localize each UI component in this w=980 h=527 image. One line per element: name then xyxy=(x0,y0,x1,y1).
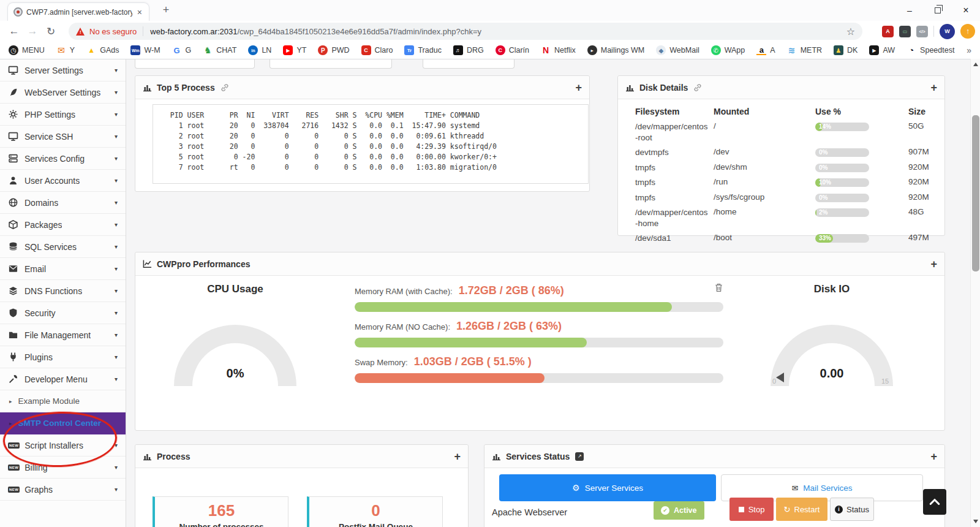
bookmark-item[interactable]: ✆ WApp xyxy=(711,45,745,55)
profile-avatar[interactable]: W xyxy=(940,24,955,39)
bookmark-item[interactable]: ◔ Speedtest xyxy=(907,45,954,55)
bookmark-item[interactable]: a A xyxy=(756,45,775,55)
bookmark-item[interactable]: in LN xyxy=(248,45,271,55)
bookmark-item[interactable]: Wm W-M xyxy=(130,45,160,55)
pdf-extension-icon[interactable]: A xyxy=(882,26,894,37)
update-chrome-icon[interactable]: ↑ xyxy=(960,24,975,39)
sidebar-item[interactable]: Server Settings xyxy=(0,59,126,82)
url-text[interactable]: web-factory.com.ar:2031/cwp_64d4ba1845f1… xyxy=(150,27,481,36)
link-icon[interactable] xyxy=(221,83,229,92)
scrollbar-down-button[interactable] xyxy=(971,517,980,526)
sidebar-item[interactable]: Services Config xyxy=(0,148,126,170)
bookmark-item[interactable]: G G xyxy=(172,45,192,55)
expand-button[interactable]: + xyxy=(575,82,582,93)
bookmark-item[interactable]: ≋ METR xyxy=(787,45,822,55)
bookmark-item[interactable]: C Clarín xyxy=(496,45,529,55)
sidebar-item[interactable]: NEW Billing xyxy=(0,457,126,479)
expand-button[interactable]: + xyxy=(454,451,461,462)
filesystem-cell: tmpfs xyxy=(635,192,710,203)
sidebar-item-label: Server Settings xyxy=(24,66,83,75)
security-label[interactable]: No es seguro xyxy=(89,27,137,36)
scroll-to-top-button[interactable] xyxy=(923,489,946,515)
bookmark-item[interactable]: ◷ MENU xyxy=(9,45,45,55)
bookmark-item[interactable]: C Claro xyxy=(361,45,393,55)
browser-tab[interactable]: CWP7.admin [server.web-factory × xyxy=(7,2,149,21)
sidebar-item[interactable]: File Management xyxy=(0,324,126,346)
external-link-icon[interactable] xyxy=(575,452,584,461)
not-secure-warning-icon[interactable] xyxy=(76,28,85,36)
chevron-down-icon xyxy=(115,464,118,471)
process-row: 2 root 20 0 0 0 0 S 0.0 0.0 0:09.61 kthr… xyxy=(162,131,579,142)
minimize-button[interactable]: – xyxy=(895,0,924,21)
memory-progress-fill xyxy=(355,302,672,312)
chevron-down-icon xyxy=(115,177,118,184)
bookmark-item[interactable]: ► Mailings WM xyxy=(587,45,645,55)
sidebar-item[interactable]: Packages xyxy=(0,214,126,236)
sidebar-item[interactable]: User Accounts xyxy=(0,170,126,192)
browser-scrollbar[interactable] xyxy=(970,59,980,527)
tab-close-icon[interactable]: × xyxy=(136,7,143,17)
reload-button[interactable]: ↻ xyxy=(42,25,60,38)
bookmark-item[interactable]: ♟ DK xyxy=(834,45,858,55)
bookmark-label: Clarín xyxy=(509,46,529,55)
mount-cell: /run xyxy=(714,177,815,186)
memory-meter: Memory RAM (with Cache): 1.72GB / 2GB ( … xyxy=(355,284,723,312)
status-button[interactable]: Status xyxy=(830,498,874,521)
restart-button[interactable]: Restart xyxy=(776,498,827,521)
bookmark-item[interactable]: ♞ CHAT xyxy=(203,45,236,55)
new-badge: NEW xyxy=(8,464,20,471)
link-icon[interactable] xyxy=(693,83,702,92)
screenshot-extension-icon[interactable]: ▭ xyxy=(899,26,911,37)
sidebar-item[interactable]: SQL Services xyxy=(0,236,126,258)
url-path: /cwp_64d4ba1845f1050213e4e6e916dd5a7f/ad… xyxy=(237,27,481,36)
sidebar-item[interactable]: NEW Graphs xyxy=(0,479,126,501)
address-bar[interactable]: No es seguro web-factory.com.ar:2031/cwp… xyxy=(69,23,862,40)
bookmark-item[interactable]: ▶ AW xyxy=(869,45,895,55)
folder-icon xyxy=(8,330,18,340)
size-cell: 907M xyxy=(908,147,945,156)
trash-icon[interactable] xyxy=(715,283,723,292)
forward-button[interactable]: → xyxy=(23,25,42,37)
sidebar-item[interactable]: WebServer Settings xyxy=(0,82,126,104)
code-extension-icon[interactable]: </> xyxy=(916,26,928,37)
scrollbar-up-button[interactable] xyxy=(971,60,980,69)
sidebar-item[interactable]: Developer Menu xyxy=(0,368,126,390)
chevron-down-icon xyxy=(115,133,118,140)
sidebar-item[interactable]: Email xyxy=(0,258,126,280)
restore-button[interactable] xyxy=(924,0,952,21)
bookmark-item[interactable]: ▲ GAds xyxy=(86,45,119,55)
bookmark-item[interactable]: ♬ DRG xyxy=(453,45,484,55)
close-button[interactable]: × xyxy=(952,0,980,21)
expand-button[interactable]: + xyxy=(930,451,937,462)
process-row: 3 root 20 0 0 0 0 S 0.0 0.0 4:29.39 ksof… xyxy=(162,142,579,152)
column-header: Filesystem xyxy=(635,107,714,116)
new-tab-button[interactable]: + xyxy=(158,4,174,17)
sidebar-item[interactable]: Security xyxy=(0,302,126,324)
sidebar-item[interactable]: PHP Settings xyxy=(0,104,126,126)
bookmark-item[interactable]: N Netflix xyxy=(541,45,576,55)
bookmark-star-icon[interactable]: ☆ xyxy=(846,26,855,37)
sidebar-subitem[interactable]: Example Module xyxy=(0,390,126,412)
stop-button[interactable]: Stop xyxy=(729,498,774,521)
scrollbar-thumb[interactable] xyxy=(972,115,979,271)
bookmark-item[interactable]: P PWD xyxy=(318,45,349,55)
server-services-button[interactable]: Server Services xyxy=(499,474,716,501)
memory-value: 1.03GB / 2GB ( 51.5% ) xyxy=(414,355,532,368)
bookmark-item[interactable]: Tr Traduc xyxy=(404,45,441,55)
sidebar-item[interactable]: Plugins xyxy=(0,346,126,368)
sidebar-item[interactable]: Service SSH xyxy=(0,126,126,148)
sidebar-item[interactable]: DNS Functions xyxy=(0,280,126,302)
sidebar-item[interactable]: NEW Script Installers xyxy=(0,434,126,457)
sidebar-item-label: WebServer Settings xyxy=(24,88,100,97)
sidebar-item[interactable]: Domains xyxy=(0,192,126,214)
expand-button[interactable]: + xyxy=(930,259,937,270)
bookmark-item[interactable]: ✉ Y xyxy=(56,45,75,55)
bookmarks-overflow-icon[interactable]: » xyxy=(960,45,971,55)
metr-icon: ≋ xyxy=(787,45,797,55)
expand-button[interactable]: + xyxy=(930,82,937,93)
size-cell: 920M xyxy=(908,162,945,172)
bookmark-item[interactable]: ▶ YT xyxy=(283,45,306,55)
back-button[interactable]: ← xyxy=(5,25,23,37)
sidebar-subitem[interactable]: SMTP Control Center xyxy=(0,412,126,434)
bookmark-item[interactable]: ◆ WebMail xyxy=(656,45,699,55)
